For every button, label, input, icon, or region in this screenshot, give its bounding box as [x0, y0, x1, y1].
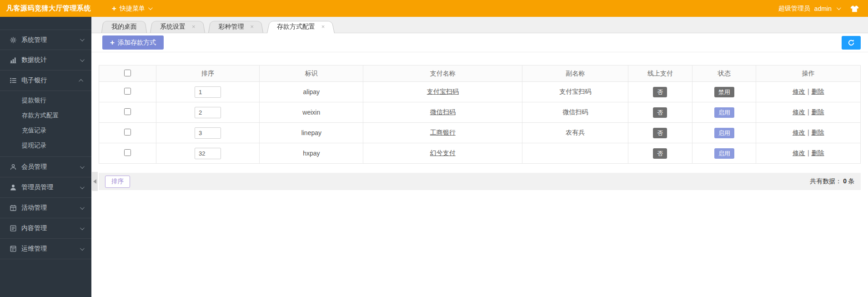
tab-my-desktop[interactable]: 我的桌面 [101, 20, 147, 33]
sidebar-item-recharge-records[interactable]: 充值记录 [0, 123, 91, 138]
identifier-cell: linepay [260, 123, 363, 143]
theme-shirt-icon[interactable] [850, 5, 859, 12]
chevron-up-icon [79, 79, 83, 83]
sidebar-item-label: 内容管理 [21, 224, 47, 232]
chevron-down-icon [148, 5, 153, 10]
add-button-label: 添加存款方式 [118, 39, 156, 47]
identifier-cell: weixin [260, 102, 363, 123]
refresh-icon [848, 39, 855, 46]
sidebar-item-ops[interactable]: 运维管理 [0, 239, 91, 259]
action-separator: | [808, 149, 809, 156]
identifier-cell: hxpay [260, 143, 363, 164]
sort-input[interactable] [195, 127, 221, 139]
status-badge[interactable]: 启用 [714, 107, 734, 118]
status-badge[interactable]: 启用 [714, 148, 734, 159]
close-icon[interactable]: × [250, 23, 254, 30]
sidebar-collapse-handle[interactable] [92, 172, 98, 191]
identifier-cell: alipay [260, 82, 363, 102]
deposit-method-table-wrap: 排序 标识 支付名称 副名称 线上支付 状态 操作 alipay 支付宝扫码 支… [99, 65, 861, 164]
row-checkbox[interactable] [124, 108, 131, 115]
online-pay-badge[interactable]: 否 [653, 148, 667, 159]
chevron-down-icon[interactable] [837, 5, 841, 10]
username-menu[interactable]: admin [814, 5, 832, 12]
sort-input[interactable] [195, 86, 221, 98]
sidebar-item-label: 电子银行 [21, 76, 47, 85]
sub-name-cell: 支付宝扫码 [522, 82, 628, 102]
table-row: weixin 微信扫码 微信扫码 否 启用 修改|删除 [99, 102, 861, 123]
sidebar-item-content[interactable]: 内容管理 [0, 218, 91, 239]
add-deposit-method-button[interactable]: 添加存款方式 [102, 35, 164, 50]
sort-button[interactable]: 排序 [105, 176, 130, 188]
row-checkbox[interactable] [124, 149, 131, 156]
sort-input[interactable] [195, 148, 221, 159]
plus-icon [110, 39, 115, 46]
main-content: 添加存款方式 排序 标识 支付名称 副名称 线上支付 状态 操作 [91, 33, 868, 297]
row-checkbox[interactable] [124, 129, 131, 136]
sidebar-item-label: 管理员管理 [21, 183, 53, 191]
sidebar-item-withdraw-records[interactable]: 提现记录 [0, 138, 91, 153]
online-pay-badge[interactable]: 否 [653, 87, 667, 97]
table-header-row: 排序 标识 支付名称 副名称 线上支付 状态 操作 [99, 65, 861, 82]
gear-icon [9, 37, 17, 43]
sidebar-item-activities[interactable]: 活动管理 [0, 198, 91, 218]
sidebar-item-label: 活动管理 [21, 204, 47, 212]
sidebar-item-statistics[interactable]: 数据统计 [0, 50, 91, 70]
header-checkbox-cell [99, 65, 156, 82]
sidebar-item-admins[interactable]: 管理员管理 [0, 177, 91, 198]
pay-name-link[interactable]: 工商银行 [430, 129, 456, 136]
sidebar-item-withdraw-bank[interactable]: 提款银行 [0, 93, 91, 108]
sidebar-item-system[interactable]: 系统管理 [0, 30, 91, 50]
sidebar-item-label: 数据统计 [21, 56, 47, 64]
tab-lottery-management[interactable]: 彩种管理 × [208, 20, 263, 33]
delete-link[interactable]: 删除 [812, 88, 824, 95]
pay-name-link[interactable]: 支付宝扫码 [427, 88, 459, 95]
chevron-down-icon [80, 57, 85, 62]
delete-link[interactable]: 删除 [812, 108, 824, 116]
table-footer-bar: 排序 共有数据：0条 [99, 173, 861, 190]
status-badge[interactable]: 启用 [714, 128, 734, 138]
online-pay-badge[interactable]: 否 [653, 107, 667, 118]
action-separator: | [808, 88, 809, 95]
user-role-label: 超级管理员 [778, 5, 810, 13]
chevron-down-icon [80, 185, 85, 189]
refresh-button[interactable] [842, 36, 861, 50]
chevron-down-icon [80, 37, 85, 41]
bar-chart-icon [9, 57, 17, 63]
header-online-pay: 线上支付 [628, 65, 692, 82]
sidebar-item-label: 系统管理 [21, 36, 47, 44]
topbar: 凡客源码竞猜大厅管理系统 快捷菜单 超级管理员 admin [0, 0, 868, 17]
delete-link[interactable]: 删除 [812, 149, 824, 156]
sidebar-item-deposit-method-config[interactable]: 存款方式配置 [0, 108, 91, 123]
close-icon[interactable]: × [321, 23, 325, 30]
quick-menu-button[interactable]: 快捷菜单 [112, 5, 151, 13]
row-checkbox[interactable] [124, 88, 131, 95]
sub-name-cell [522, 143, 628, 164]
select-all-checkbox[interactable] [124, 70, 131, 76]
table-row: alipay 支付宝扫码 支付宝扫码 否 禁用 修改|删除 [99, 82, 861, 102]
online-pay-badge[interactable]: 否 [653, 128, 667, 138]
total-label: 共有数据： [810, 177, 842, 185]
modify-link[interactable]: 修改 [793, 129, 805, 136]
modify-link[interactable]: 修改 [793, 88, 805, 95]
sort-input[interactable] [195, 107, 221, 118]
modify-link[interactable]: 修改 [793, 149, 805, 156]
app-title: 凡客源码竞猜大厅管理系统 [0, 4, 91, 13]
close-icon[interactable]: × [192, 23, 196, 30]
total-count: 共有数据：0条 [810, 177, 854, 186]
tab-label: 存款方式配置 [277, 23, 315, 30]
sidebar-item-ebank[interactable]: 电子银行 [0, 70, 91, 91]
sidebar-item-members[interactable]: 会员管理 [0, 157, 91, 177]
tab-deposit-method-config[interactable]: 存款方式配置 × [267, 20, 335, 33]
sidebar-submenu-ebank: 提款银行 存款方式配置 充值记录 提现记录 [0, 91, 91, 157]
topbar-right: 超级管理员 admin [778, 5, 868, 13]
pay-name-link[interactable]: 幻兮支付 [430, 149, 456, 156]
delete-link[interactable]: 删除 [812, 129, 824, 136]
table-row: linepay 工商银行 农有兵 否 启用 修改|删除 [99, 123, 861, 143]
status-badge[interactable]: 禁用 [714, 87, 734, 97]
sidebar-item-label: 运维管理 [21, 245, 47, 253]
user-solid-icon [9, 184, 17, 191]
pay-name-link[interactable]: 微信扫码 [430, 108, 456, 116]
tab-system-settings[interactable]: 系统设置 × [150, 20, 205, 33]
ops-icon [9, 246, 17, 252]
modify-link[interactable]: 修改 [793, 108, 805, 116]
